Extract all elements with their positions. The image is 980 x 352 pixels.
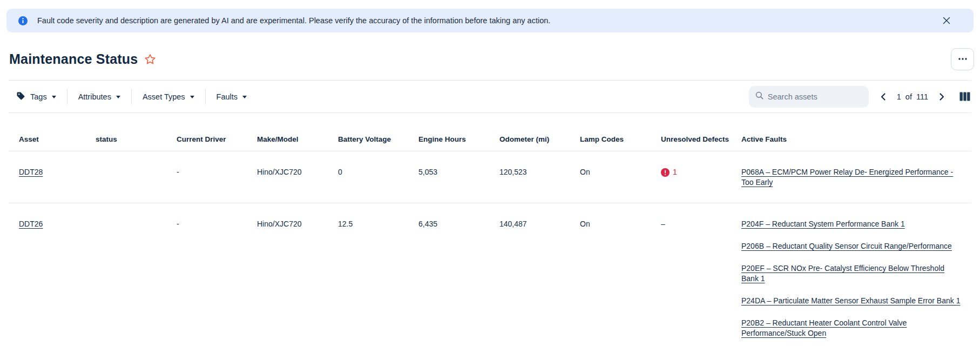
search-input[interactable] (768, 92, 862, 101)
asset-link[interactable]: DDT26 (19, 220, 43, 228)
chevron-right-icon[interactable] (932, 88, 951, 106)
cell-odometer: 120,523 (499, 151, 580, 203)
col-header-battery-voltage: Battery Voltage (338, 126, 418, 151)
cell-battery-voltage: 0 (338, 151, 418, 203)
defect-count: 1 (673, 167, 677, 177)
cell-make-model: Hino/XJC720 (257, 151, 338, 203)
cell-make-model: Hino/XJC720 (257, 203, 338, 352)
filter-attributes-label: Attributes (78, 92, 111, 101)
search-icon (755, 91, 763, 102)
page-indicator: 1 of 111 (897, 92, 928, 101)
filter-faults[interactable]: Faults (206, 89, 258, 105)
chevron-down-icon (190, 96, 194, 98)
fault-link[interactable]: P20EF – SCR NOx Pre- Catalyst Efficiency… (741, 263, 962, 284)
filter-tags-label: Tags (30, 92, 47, 101)
table-header-row: Asset status Current Driver Make/Model B… (9, 126, 971, 151)
cell-engine-hours: 5,053 (418, 151, 499, 203)
cell-status (96, 151, 177, 203)
page-header: Maintenance Status (9, 47, 971, 71)
col-header-active-faults: Active Faults (741, 126, 968, 151)
cell-lamp-codes: On (580, 203, 661, 352)
table-row: DDT28 - Hino/XJC720 0 5,053 120,523 On 1… (9, 151, 971, 203)
fault-list: P068A – ECM/PCM Power Relay De- Energize… (741, 167, 962, 188)
cell-asset: DDT26 (19, 203, 96, 352)
assets-table: Asset status Current Driver Make/Model B… (9, 126, 971, 352)
page-total: 111 (916, 92, 928, 101)
fault-link[interactable]: P068A – ECM/PCM Power Relay De- Energize… (741, 167, 962, 188)
columns-icon[interactable] (955, 88, 975, 106)
info-icon (18, 16, 28, 25)
asset-link[interactable]: DDT28 (19, 168, 43, 176)
pagination: 1 of 111 (874, 88, 951, 106)
tag-icon (16, 91, 25, 102)
filter-asset-types-label: Asset Types (143, 92, 185, 101)
page-of-label: of (905, 92, 912, 101)
cell-odometer: 140,487 (499, 203, 580, 352)
chevron-left-icon[interactable] (874, 88, 893, 106)
chevron-down-icon (242, 96, 247, 98)
cell-active-faults: P068A – ECM/PCM Power Relay De- Energize… (741, 151, 968, 203)
cell-engine-hours: 6,435 (418, 203, 499, 352)
cell-battery-voltage: 12.5 (338, 203, 418, 352)
table-row: DDT26 - Hino/XJC720 12.5 6,435 140,487 O… (9, 203, 971, 352)
filter-faults-label: Faults (217, 92, 238, 101)
col-header-make-model: Make/Model (257, 126, 338, 151)
cell-asset: DDT28 (19, 151, 96, 203)
filter-asset-types[interactable]: Asset Types (132, 89, 205, 105)
col-header-status: status (96, 126, 177, 151)
search-box[interactable] (749, 86, 869, 108)
cell-active-faults: P204F – Reductant System Performance Ban… (741, 203, 968, 352)
col-header-engine-hours: Engine Hours (418, 126, 499, 151)
col-header-current-driver: Current Driver (177, 126, 257, 151)
more-horizontal-icon[interactable] (951, 48, 974, 70)
fault-link[interactable]: P206B – Reductant Quality Sensor Circuit… (741, 241, 962, 251)
chevron-down-icon (116, 96, 120, 98)
fault-list: P204F – Reductant System Performance Ban… (741, 219, 962, 338)
filter-attributes[interactable]: Attributes (67, 89, 131, 105)
filter-bar: Tags Attributes Asset Types Faults (9, 80, 971, 113)
fault-link[interactable]: P20B2 – Reductant Heater Coolant Control… (741, 318, 962, 338)
col-header-unresolved-defects: Unresolved Defects (661, 126, 741, 151)
col-header-lamp-codes: Lamp Codes (580, 126, 661, 151)
col-header-asset: Asset (19, 126, 96, 151)
page-current: 1 (897, 92, 901, 101)
alert-circle-icon (661, 168, 670, 177)
col-header-odometer: Odometer (mi) (499, 126, 580, 151)
cell-status (96, 203, 177, 352)
fault-link[interactable]: P204F – Reductant System Performance Ban… (741, 219, 962, 229)
filter-tags[interactable]: Tags (9, 89, 67, 105)
chevron-down-icon (52, 96, 56, 98)
cell-current-driver: - (177, 203, 257, 352)
cell-unresolved-defects: 1 (661, 151, 741, 203)
star-icon[interactable] (144, 54, 156, 67)
close-icon[interactable] (939, 13, 954, 28)
fault-link[interactable]: P24DA – Particulate Matter Sensor Exhaus… (741, 296, 962, 306)
cell-current-driver: - (177, 151, 257, 203)
cell-lamp-codes: On (580, 151, 661, 203)
ai-info-banner: Fault code severity and description are … (6, 9, 974, 32)
cell-unresolved-defects: – (661, 203, 741, 352)
banner-message: Fault code severity and description are … (37, 16, 550, 25)
page-title: Maintenance Status (9, 51, 138, 67)
